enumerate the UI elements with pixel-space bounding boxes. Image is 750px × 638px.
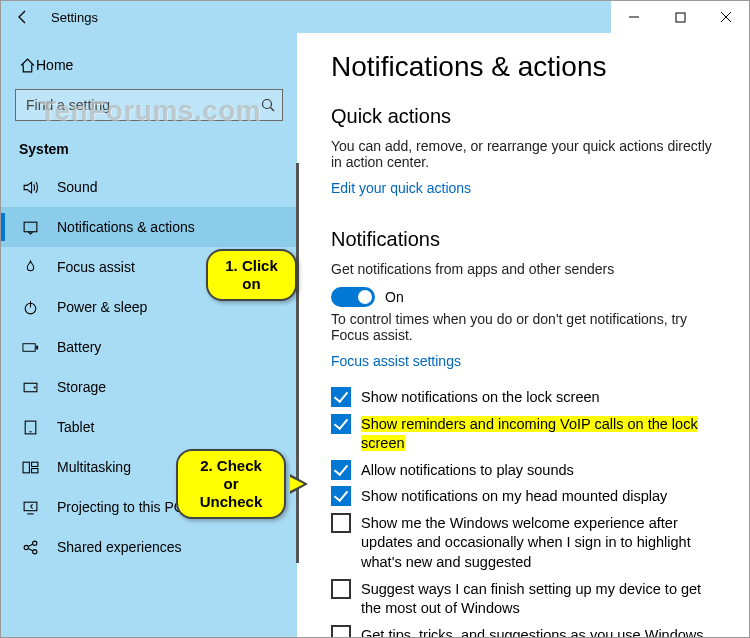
- title-bar: Settings: [1, 1, 749, 33]
- notifications-desc: Get notifications from apps and other se…: [331, 261, 725, 277]
- sidebar-item-notifications-actions[interactable]: Notifications & actions: [1, 207, 297, 247]
- sidebar-item-label: Multitasking: [57, 459, 131, 475]
- checkbox[interactable]: [331, 414, 351, 434]
- checkbox[interactable]: [331, 460, 351, 480]
- projecting-icon: [19, 499, 41, 516]
- sidebar-item-battery[interactable]: Battery: [1, 327, 297, 367]
- quick-actions-heading: Quick actions: [331, 105, 725, 128]
- svg-rect-7: [22, 343, 34, 351]
- svg-point-18: [32, 541, 36, 545]
- checkbox-row: Show notifications on my head mounted di…: [331, 486, 725, 507]
- quick-actions-desc: You can add, remove, or rearrange your q…: [331, 138, 725, 170]
- svg-rect-1: [676, 13, 685, 22]
- power-icon: [19, 299, 41, 316]
- search-input[interactable]: Find a setting: [15, 89, 283, 121]
- svg-point-19: [32, 549, 36, 553]
- checkbox[interactable]: [331, 387, 351, 407]
- sidebar-item-label: Projecting to this PC: [57, 499, 184, 515]
- svg-rect-15: [31, 468, 37, 472]
- sidebar-section: System: [1, 133, 297, 167]
- content-pane: Notifications & actions Quick actions Yo…: [297, 33, 749, 637]
- checkbox[interactable]: [331, 625, 351, 637]
- sidebar-item-label: Sound: [57, 179, 97, 195]
- battery-icon: [19, 339, 41, 356]
- checkbox-label: Allow notifications to play sounds: [361, 460, 574, 481]
- checkbox-row: Show reminders and incoming VoIP calls o…: [331, 414, 725, 454]
- tablet-icon: [19, 419, 41, 436]
- svg-line-3: [271, 108, 275, 112]
- checkbox-row: Show me the Windows welcome experience a…: [331, 513, 725, 573]
- sidebar-item-label: Storage: [57, 379, 106, 395]
- checkbox-label: Show notifications on the lock screen: [361, 387, 600, 408]
- sidebar-item-label: Shared experiences: [57, 539, 182, 555]
- svg-rect-8: [36, 345, 38, 349]
- search-placeholder: Find a setting: [26, 97, 260, 113]
- notifications-toggle-label: On: [385, 289, 404, 305]
- checkbox-label: Show notifications on my head mounted di…: [361, 486, 667, 507]
- annotation-step1: 1. Click on: [206, 249, 297, 301]
- checkbox-row: Suggest ways I can finish setting up my …: [331, 579, 725, 619]
- checkbox[interactable]: [331, 486, 351, 506]
- svg-point-10: [33, 386, 35, 388]
- checkbox-label: Suggest ways I can finish setting up my …: [361, 579, 725, 619]
- storage-icon: [19, 379, 41, 396]
- notifications-heading: Notifications: [331, 228, 725, 251]
- focus-assist-icon: [19, 259, 41, 276]
- checkbox-row: Get tips, tricks, and suggestions as you…: [331, 625, 725, 637]
- checkbox-label: Get tips, tricks, and suggestions as you…: [361, 625, 704, 637]
- search-icon: [260, 97, 276, 113]
- sidebar-item-label: Battery: [57, 339, 101, 355]
- checkbox-row: Show notifications on the lock screen: [331, 387, 725, 408]
- checkbox[interactable]: [331, 579, 351, 599]
- shared-icon: [19, 539, 41, 556]
- sound-icon: [19, 179, 41, 196]
- window-title: Settings: [45, 10, 98, 25]
- svg-rect-4: [24, 222, 37, 232]
- home-icon: [19, 57, 36, 74]
- sidebar: TenForums.com Home Find a setting System…: [1, 33, 297, 637]
- sidebar-home[interactable]: Home: [1, 45, 297, 85]
- checkbox[interactable]: [331, 513, 351, 533]
- maximize-button[interactable]: [657, 1, 703, 33]
- svg-rect-13: [23, 462, 29, 473]
- sidebar-item-label: Power & sleep: [57, 299, 147, 315]
- sidebar-item-sound[interactable]: Sound: [1, 167, 297, 207]
- sidebar-item-label: Focus assist: [57, 259, 135, 275]
- svg-rect-16: [24, 502, 37, 511]
- svg-point-17: [24, 545, 28, 549]
- close-button[interactable]: [703, 1, 749, 33]
- checkbox-label: Show me the Windows welcome experience a…: [361, 513, 725, 573]
- checkbox-label: Show reminders and incoming VoIP calls o…: [361, 414, 725, 454]
- multitasking-icon: [19, 459, 41, 476]
- svg-rect-14: [31, 462, 37, 466]
- checkbox-row: Allow notifications to play sounds: [331, 460, 725, 481]
- sidebar-item-label: Tablet: [57, 419, 94, 435]
- sidebar-item-shared-experiences[interactable]: Shared experiences: [1, 527, 297, 567]
- sidebar-item-label: Notifications & actions: [57, 219, 195, 235]
- minimize-button[interactable]: [611, 1, 657, 33]
- sidebar-item-storage[interactable]: Storage: [1, 367, 297, 407]
- edit-quick-actions-link[interactable]: Edit your quick actions: [331, 180, 471, 196]
- notifications-toggle[interactable]: [331, 287, 375, 307]
- sidebar-item-tablet[interactable]: Tablet: [1, 407, 297, 447]
- sidebar-home-label: Home: [36, 57, 73, 73]
- back-button[interactable]: [1, 1, 45, 33]
- page-title: Notifications & actions: [331, 51, 725, 83]
- notification-icon: [19, 219, 41, 236]
- focus-assist-link[interactable]: Focus assist settings: [331, 353, 461, 369]
- focus-note: To control times when you do or don't ge…: [331, 311, 725, 343]
- svg-point-2: [263, 100, 272, 109]
- annotation-step2: 2. Check or Uncheck: [176, 449, 286, 519]
